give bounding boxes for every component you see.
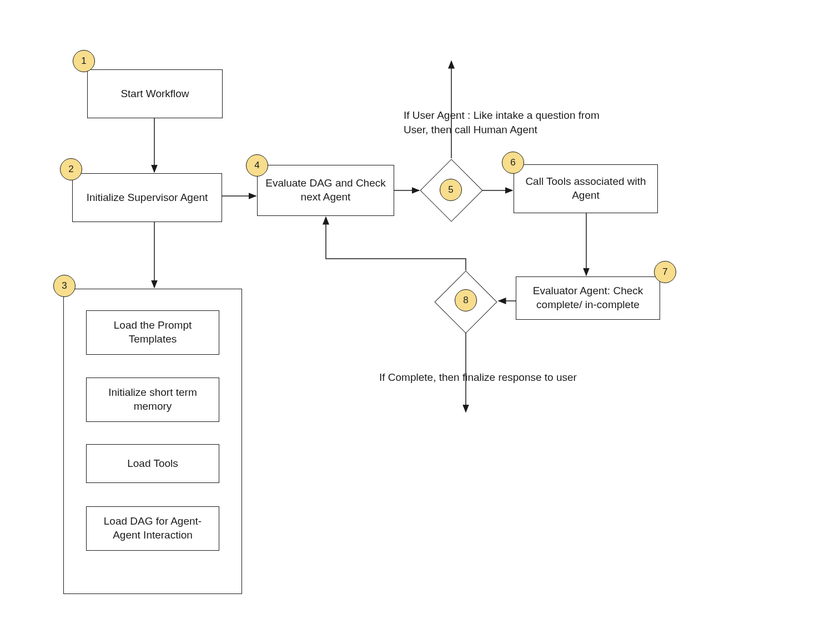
- step-badge-1: 1: [73, 50, 95, 72]
- sub-node-load-dag: Load DAG for Agent-Agent Interaction: [86, 506, 219, 551]
- node-start-workflow: Start Workflow: [87, 69, 223, 118]
- sub-node-label: Initialize short term memory: [91, 386, 214, 413]
- sub-node-load-tools: Load Tools: [86, 444, 219, 483]
- node-call-tools: Call Tools associated with Agent: [514, 164, 658, 213]
- node-label: Initialize Supervisor Agent: [87, 191, 208, 205]
- node-label: Evaluate DAG and Check next Agent: [262, 177, 389, 204]
- step-badge-4: 4: [246, 154, 268, 177]
- step-badge-5: 5: [440, 179, 462, 201]
- step-badge-2: 2: [60, 158, 82, 180]
- step-badge-7: 7: [654, 261, 676, 283]
- sub-node-short-term-memory: Initialize short term memory: [86, 378, 219, 422]
- step-badge-8: 8: [455, 289, 477, 311]
- node-label: Evaluator Agent: Check complete/ in-comp…: [521, 284, 655, 311]
- node-initialize-supervisor: Initialize Supervisor Agent: [72, 173, 222, 222]
- node-evaluate-dag: Evaluate DAG and Check next Agent: [257, 165, 394, 216]
- sub-node-label: Load Tools: [127, 457, 178, 471]
- sub-node-label: Load DAG for Agent-Agent Interaction: [91, 515, 214, 542]
- sub-node-label: Load the Prompt Templates: [91, 319, 214, 346]
- step-badge-3: 3: [53, 275, 76, 297]
- annotation-user-agent: If User Agent : Like intake a question f…: [404, 108, 615, 137]
- node-label: Call Tools associated with Agent: [519, 175, 653, 202]
- annotation-complete: If Complete, then finalize response to u…: [379, 370, 618, 385]
- node-label: Start Workflow: [120, 87, 189, 101]
- sub-node-prompt-templates: Load the Prompt Templates: [86, 310, 219, 355]
- node-evaluator-agent: Evaluator Agent: Check complete/ in-comp…: [516, 276, 660, 320]
- step-badge-6: 6: [502, 152, 524, 174]
